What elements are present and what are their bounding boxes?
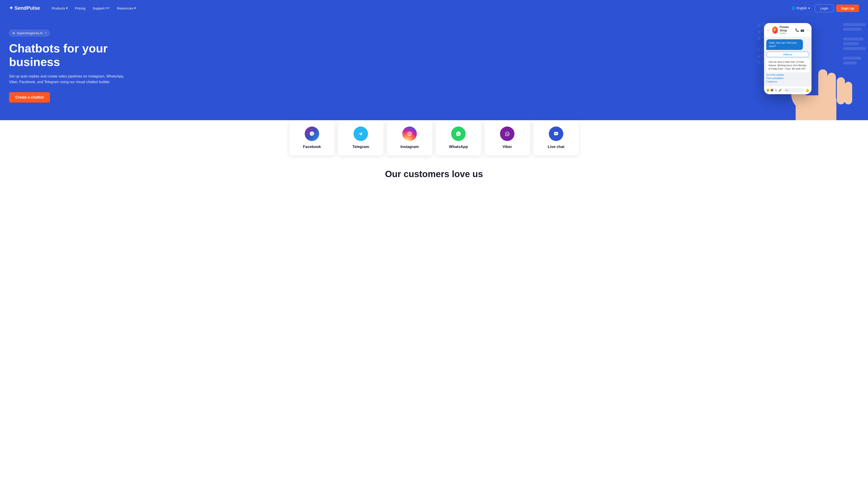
facebook-icon [305, 127, 319, 141]
language-selector[interactable]: 🌐 English ▾ [789, 5, 812, 11]
contact-link[interactable]: Contact us [766, 80, 809, 83]
svg-point-9 [405, 130, 414, 138]
back-icon[interactable]: ← [767, 28, 770, 32]
svg-rect-3 [837, 77, 845, 104]
phone-chat-body: Hello, how can I find your store? Addres… [764, 37, 811, 86]
livechat-icon [549, 127, 563, 141]
customers-section: Our customers love us [0, 156, 868, 188]
consultation-link[interactable]: Free consultation [766, 77, 809, 79]
reply-bubble: Visit our store in New York, 15 Park Ave… [766, 59, 809, 72]
external-link-icon: ↗ [44, 32, 46, 35]
facebook-label: Facebook [303, 144, 321, 149]
ai-badge[interactable]: ⊕ Supercharged by AI ↗ [9, 30, 50, 36]
video-icon[interactable]: 📷 [800, 28, 804, 32]
logo-symbol: ✦ [9, 5, 13, 11]
shop-name: Flower Shop [780, 25, 794, 32]
platform-card-viber[interactable]: Viber [485, 120, 530, 156]
platform-card-telegram[interactable]: Telegram [338, 120, 383, 156]
platform-card-whatsapp[interactable]: WhatsApp [436, 120, 481, 156]
livechat-label: Live chat [548, 144, 564, 149]
telegram-icon [353, 127, 368, 141]
navbar: ✦ SendPulse Products ▾ Pricing Support 2… [0, 0, 868, 16]
viber-label: Viber [502, 144, 512, 149]
svg-rect-5 [818, 69, 827, 101]
more-icon[interactable]: ⋯ [806, 28, 809, 32]
nav-right: 🌐 English ▾ Login Sign Up [789, 4, 859, 12]
svg-point-19 [557, 133, 557, 134]
chevron-down-icon: ▾ [808, 6, 810, 10]
svg-rect-2 [827, 73, 836, 102]
instagram-label: Instagram [400, 144, 418, 149]
logo-text: SendPulse [14, 5, 40, 11]
chat-input[interactable]: Aa [783, 88, 804, 92]
chevron-down-icon: ▾ [66, 6, 68, 10]
attachment-icon[interactable]: 📎 [774, 89, 778, 92]
svg-point-17 [555, 133, 556, 134]
globe-icon: 🌐 [792, 6, 795, 10]
nav-products[interactable]: Products ▾ [49, 5, 70, 11]
address-button[interactable]: Address [766, 52, 809, 57]
hero-content: ⊕ Supercharged by AI ↗ Chatbots for your… [9, 30, 127, 103]
nav-support[interactable]: Support 24/7 [90, 5, 113, 11]
logo[interactable]: ✦ SendPulse [9, 5, 40, 11]
hero-title: Chatbots for your business [9, 42, 127, 69]
platform-card-instagram[interactable]: Instagram [387, 120, 432, 156]
login-button[interactable]: Login [815, 4, 834, 12]
shop-status: Online [780, 32, 794, 35]
phone-call-icon[interactable]: 📞 [795, 28, 799, 32]
emoji-icon[interactable]: 😊 [766, 89, 770, 92]
hero-description: Set up auto-replies and create sales pip… [9, 73, 127, 85]
phone-header: ← F Flower Shop Online 📞 📷 ⋯ [764, 23, 811, 37]
footer-icons: 😊 🖼 📎 🎤 [766, 89, 782, 92]
svg-rect-4 [844, 82, 852, 104]
platform-card-facebook[interactable]: Facebook [289, 120, 335, 156]
shop-avatar: F [772, 26, 778, 34]
whatsapp-label: WhatsApp [449, 144, 468, 149]
phone-mockup: ← F Flower Shop Online 📞 📷 ⋯ Hello, how … [764, 23, 811, 94]
phone-action-icons: 📞 📷 ⋯ [795, 28, 809, 32]
nav-links: Products ▾ Pricing Support 24/7 Resource… [49, 5, 789, 11]
svg-point-12 [410, 132, 411, 133]
create-chatbot-button[interactable]: Create a chatbot [9, 92, 50, 103]
viber-icon [500, 127, 515, 141]
ai-icon: ⊕ [12, 31, 15, 35]
platform-cards-row: Facebook Telegram Instagram [9, 120, 859, 156]
nav-pricing[interactable]: Pricing [72, 5, 88, 11]
telegram-label: Telegram [352, 144, 369, 149]
website-link[interactable]: Go to the website [766, 74, 809, 76]
platform-card-livechat[interactable]: Live chat [533, 120, 579, 156]
svg-point-11 [409, 133, 410, 135]
phone-footer: 😊 🖼 📎 🎤 Aa 👍 [764, 86, 811, 94]
customers-title: Our customers love us [9, 169, 859, 179]
svg-point-18 [556, 133, 557, 134]
greeting-bubble: Hello, how can I find your store? [766, 39, 803, 50]
signup-button[interactable]: Sign Up [836, 4, 859, 12]
whatsapp-icon [451, 127, 466, 141]
image-icon[interactable]: 🖼 [771, 89, 773, 92]
right-decorations [843, 23, 866, 64]
platform-cards-section: Facebook Telegram Instagram [0, 120, 868, 156]
mic-icon[interactable]: 🎤 [778, 89, 782, 92]
nav-resources[interactable]: Resources ▾ [114, 5, 139, 11]
like-icon[interactable]: 👍 [805, 88, 809, 92]
instagram-icon [402, 127, 417, 141]
svg-point-14 [503, 130, 511, 138]
chevron-down-icon: ▾ [134, 6, 136, 10]
